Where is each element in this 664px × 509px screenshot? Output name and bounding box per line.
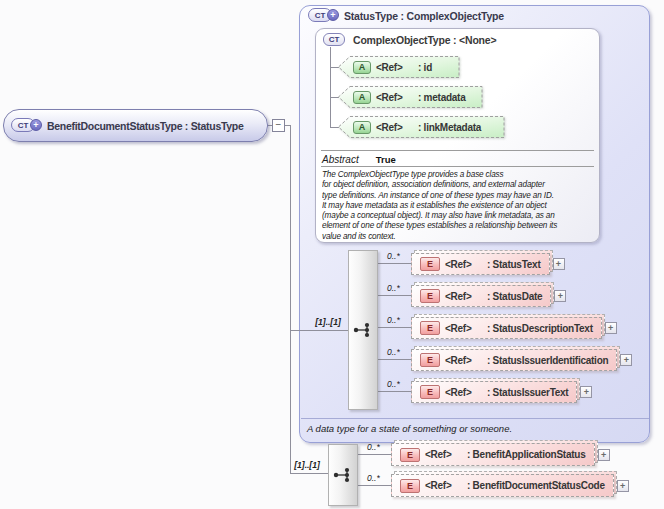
element-stack: E <Ref> : BenefitApplicationStatus (391, 443, 595, 466)
element-row-statusdate: E <Ref> : StatusDate + (411, 285, 566, 307)
element-ref: <Ref> (445, 323, 487, 334)
element-name: : StatusDescriptionText (487, 323, 593, 334)
element-icon: E (420, 321, 440, 335)
element-box[interactable]: E <Ref> : BenefitApplicationStatus (391, 443, 595, 466)
attribute-ref: <Ref> (376, 62, 418, 73)
type-description: The ComplexObjectType type provides a ba… (322, 170, 598, 242)
separator (321, 150, 594, 151)
attribute-name: : metadata (418, 92, 466, 103)
attribute-ref: <Ref> (376, 122, 418, 133)
connector-line (330, 47, 331, 128)
collapse-button[interactable]: − (272, 119, 285, 132)
separator (321, 166, 594, 167)
attribute-icon: A (353, 121, 371, 134)
element-row-statusissuertext: E <Ref> : StatusIssuerText + (411, 381, 592, 403)
root-element-box[interactable]: CT + BenefitDocumentStatusType : StatusT… (3, 109, 268, 142)
attribute-content: A <Ref> : id (338, 56, 460, 78)
attribute-box-linkmetadata[interactable]: A <Ref> : linkMetadata (338, 116, 505, 138)
connector-line (358, 454, 391, 455)
attribute-name: : linkMetadata (418, 122, 481, 133)
expand-button[interactable]: + (553, 258, 565, 270)
element-name: : BenefitDocumentStatusCode (467, 480, 605, 491)
expand-button[interactable]: + (617, 480, 629, 492)
complex-type-icon: CT + (308, 8, 332, 23)
element-stack: E <Ref> : StatusIssuerText (411, 381, 577, 403)
element-icon: E (420, 257, 440, 271)
element-box[interactable]: E <Ref> : StatusIssuerIdentification (411, 349, 617, 371)
complex-object-type-title: ComplexObjectType : <None> (353, 34, 496, 46)
sequence-icon (332, 466, 354, 484)
root-element-label: BenefitDocumentStatusType : StatusType (47, 120, 244, 132)
abstract-row: Abstract True (322, 154, 396, 165)
cardinality-label: [1]..[1] (310, 317, 346, 327)
element-box[interactable]: E <Ref> : StatusDescriptionText (411, 317, 602, 339)
attribute-box-id[interactable]: A <Ref> : id (338, 56, 460, 78)
occurrence-label: 0..* (387, 283, 400, 293)
connector-line (290, 473, 328, 474)
element-icon: E (420, 353, 440, 367)
status-type-title: StatusType : ComplexObjectType (344, 10, 504, 22)
element-ref: <Ref> (425, 449, 467, 460)
connector-line (378, 263, 411, 264)
footnote-separator (301, 418, 649, 419)
element-row-statustext: E <Ref> : StatusText + (411, 253, 565, 275)
ct-plus-badge: + (327, 9, 339, 21)
attribute-ref: <Ref> (376, 92, 418, 103)
sequence-icon (352, 321, 374, 339)
occurrence-label: 0..* (367, 473, 380, 483)
element-icon: E (420, 289, 440, 303)
expand-button[interactable]: + (580, 386, 592, 398)
element-box[interactable]: E <Ref> : StatusDate (411, 285, 551, 307)
expand-button[interactable]: + (605, 322, 617, 334)
element-name: : StatusDate (487, 291, 542, 302)
element-ref: <Ref> (445, 291, 487, 302)
connector-line (378, 327, 411, 328)
occurrence-label: 0..* (387, 347, 400, 357)
element-row-benefitapplicationstatus: E <Ref> : BenefitApplicationStatus + (391, 443, 610, 466)
connector-line (378, 295, 411, 296)
attribute-icon: A (353, 91, 371, 104)
element-box[interactable]: E <Ref> : StatusIssuerText (411, 381, 577, 403)
element-ref: <Ref> (445, 355, 487, 366)
expand-button[interactable]: + (620, 354, 632, 366)
element-box[interactable]: E <Ref> : StatusText (411, 253, 550, 275)
connector-line (290, 330, 348, 331)
type-footnote: A data type for a state of something or … (307, 423, 512, 434)
connector-line (378, 391, 411, 392)
element-name: : StatusIssuerIdentification (487, 355, 608, 366)
complex-type-icon: CT (323, 33, 345, 46)
status-type-header: CT + StatusType : ComplexObjectType (308, 8, 504, 23)
abstract-value: True (376, 154, 396, 165)
element-ref: <Ref> (425, 480, 467, 491)
connector-line (358, 485, 391, 486)
element-name: : StatusText (487, 259, 541, 270)
occurrence-label: 0..* (387, 379, 400, 389)
sequence-compositor[interactable] (328, 444, 358, 506)
occurrence-label: 0..* (387, 315, 400, 325)
abstract-label: Abstract (322, 154, 359, 165)
connector-line (378, 359, 411, 360)
element-row-benefitdocumentstatuscode: E <Ref> : BenefitDocumentStatusCode + (391, 474, 629, 497)
element-icon: E (400, 448, 420, 462)
occurrence-label: 0..* (387, 251, 400, 261)
element-row-statusdescriptiontext: E <Ref> : StatusDescriptionText + (411, 317, 617, 339)
attribute-content: A <Ref> : linkMetadata (338, 116, 505, 138)
attribute-box-metadata[interactable]: A <Ref> : metadata (338, 86, 483, 108)
element-icon: E (420, 385, 440, 399)
complex-object-type-header: CT ComplexObjectType : <None> (323, 33, 496, 46)
connector-line (290, 125, 291, 474)
element-box[interactable]: E <Ref> : BenefitDocumentStatusCode (391, 474, 614, 497)
occurrence-label: 0..* (367, 442, 380, 452)
attribute-icon: A (353, 61, 371, 74)
sequence-compositor[interactable] (348, 250, 378, 410)
xsd-diagram-canvas: CT + StatusType : ComplexObjectType CT C… (0, 0, 664, 509)
element-stack: E <Ref> : BenefitDocumentStatusCode (391, 474, 614, 497)
expand-button[interactable]: + (598, 449, 610, 461)
element-ref: <Ref> (445, 387, 487, 398)
complex-type-icon: CT + (11, 118, 35, 133)
element-name: : StatusIssuerText (487, 387, 568, 398)
expand-button[interactable]: + (554, 290, 566, 302)
element-stack: E <Ref> : StatusDescriptionText (411, 317, 602, 339)
attribute-name: : id (418, 62, 432, 73)
element-stack: E <Ref> : StatusText (411, 253, 550, 275)
